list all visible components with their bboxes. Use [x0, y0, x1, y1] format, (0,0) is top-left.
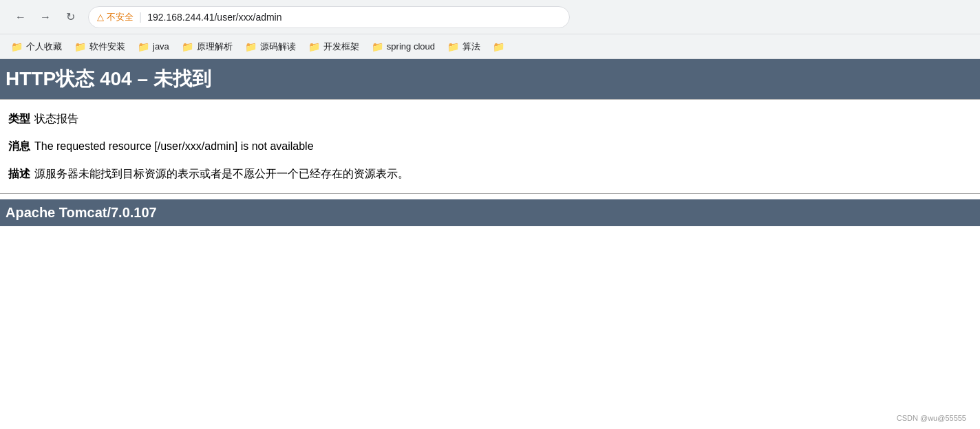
- back-button[interactable]: ←: [11, 8, 30, 27]
- bookmark-principles[interactable]: 📁 原理解析: [176, 38, 238, 56]
- page-title: HTTP状态 404 – 未找到: [6, 66, 974, 92]
- folder-icon: 📁: [138, 41, 149, 52]
- type-label: 类型: [8, 111, 30, 127]
- description-row: 描述 源服务器未能找到目标资源的表示或者是不愿公开一个已经存在的资源表示。: [6, 160, 974, 188]
- address-bar[interactable]: △ 不安全 | 192.168.244.41/user/xxx/admin: [88, 6, 570, 28]
- bookmarks-bar: 📁 个人收藏 📁 软件安装 📁 java 📁 原理解析 📁 源码解读 📁 开发框…: [0, 34, 980, 59]
- bookmark-software[interactable]: 📁 软件安装: [69, 38, 131, 56]
- message-label: 消息: [8, 138, 30, 155]
- bookmark-label: 算法: [462, 41, 480, 53]
- bookmark-label: spring cloud: [387, 41, 435, 52]
- folder-icon: 📁: [182, 41, 193, 52]
- bookmark-more[interactable]: 📁: [487, 38, 510, 55]
- bookmark-label: 源码解读: [260, 41, 296, 53]
- folder-icon: 📁: [74, 41, 86, 52]
- message-value: The requested resource [/user/xxx/admin]…: [34, 138, 314, 155]
- folder-icon: 📁: [308, 41, 320, 52]
- error-body: 类型 状态报告 消息 The requested resource [/user…: [0, 100, 980, 193]
- folder-icon: 📁: [493, 41, 504, 52]
- folder-icon: 📁: [11, 41, 23, 52]
- folder-icon: 📁: [245, 41, 257, 52]
- bookmark-spring-cloud[interactable]: 📁 spring cloud: [366, 38, 440, 55]
- folder-icon: 📁: [447, 41, 459, 52]
- url-text: 192.168.244.41/user/xxx/admin: [147, 12, 281, 23]
- forward-button[interactable]: →: [36, 8, 55, 27]
- tomcat-version: Apache Tomcat/7.0.107: [6, 205, 974, 221]
- nav-buttons: ← → ↻: [11, 8, 80, 27]
- bookmark-java[interactable]: 📁 java: [132, 38, 175, 55]
- folder-icon: 📁: [372, 41, 383, 52]
- browser-chrome: ← → ↻ △ 不安全 | 192.168.244.41/user/xxx/ad…: [0, 0, 980, 34]
- warning-triangle-icon: △: [97, 12, 104, 22]
- description-value: 源服务器未能找到目标资源的表示或者是不愿公开一个已经存在的资源表示。: [34, 166, 409, 182]
- bookmark-label: 软件安装: [89, 41, 125, 53]
- divider-bottom: [0, 193, 980, 194]
- bookmark-label: 开发框架: [323, 41, 359, 53]
- bookmark-framework[interactable]: 📁 开发框架: [303, 38, 365, 56]
- bookmark-label: 个人收藏: [26, 41, 62, 53]
- bookmark-source[interactable]: 📁 源码解读: [239, 38, 301, 56]
- refresh-button[interactable]: ↻: [61, 8, 80, 27]
- type-value: 状态报告: [34, 111, 78, 127]
- watermark-text: CSDN @wu@55555: [897, 414, 966, 422]
- csdn-watermark: CSDN @wu@55555: [897, 414, 966, 422]
- tomcat-footer: Apache Tomcat/7.0.107: [0, 199, 980, 226]
- type-row: 类型 状态报告: [6, 105, 974, 133]
- security-warning: △ 不安全: [97, 11, 134, 23]
- bookmark-label: java: [153, 41, 169, 52]
- http-error-header: HTTP状态 404 – 未找到: [0, 59, 980, 99]
- bookmark-algorithm[interactable]: 📁 算法: [442, 38, 486, 56]
- security-label: 不安全: [107, 11, 134, 23]
- bookmark-label: 原理解析: [197, 41, 233, 53]
- page-content: HTTP状态 404 – 未找到 类型 状态报告 消息 The requeste…: [0, 59, 980, 226]
- bookmark-personal[interactable]: 📁 个人收藏: [6, 38, 67, 56]
- description-label: 描述: [8, 166, 30, 182]
- message-row: 消息 The requested resource [/user/xxx/adm…: [6, 133, 974, 160]
